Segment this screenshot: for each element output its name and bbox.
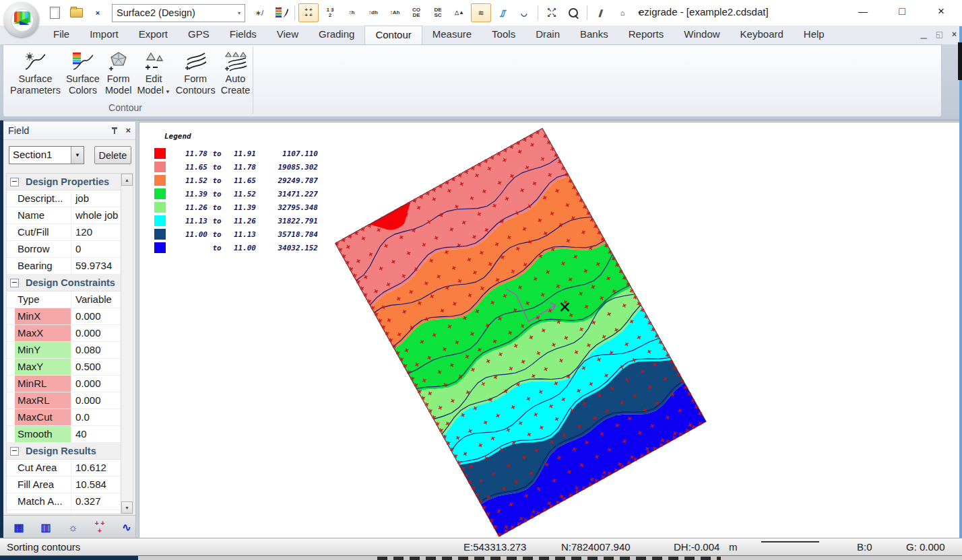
tab-contour[interactable]: Contour <box>364 26 422 44</box>
form-model-button[interactable]: FormModel <box>102 48 135 98</box>
panel-close-icon[interactable]: × <box>125 127 131 135</box>
grid-view-icon[interactable]: ▦ <box>10 518 28 536</box>
collapse-icon[interactable] <box>10 447 19 456</box>
property-row[interactable]: Cut Vol-1507 <box>7 510 121 514</box>
property-value[interactable]: 0.000 <box>71 325 121 341</box>
field-combobox[interactable]: Section1 ▼ <box>9 146 84 164</box>
point-height-icon[interactable]: ↕h <box>342 3 362 22</box>
property-grid-scrollbar[interactable]: ▲ ▼ <box>121 173 133 514</box>
property-row[interactable]: MaxX0.000 <box>7 325 121 342</box>
tab-import[interactable]: Import <box>79 26 129 44</box>
show-points-icon[interactable]: + ++ + <box>298 3 319 22</box>
edit-model-button[interactable]: EditModel▼ <box>134 48 172 99</box>
close-button[interactable]: × <box>922 0 961 23</box>
property-row[interactable]: Cut Area10.612 <box>7 460 121 477</box>
tab-fields[interactable]: Fields <box>220 26 267 44</box>
tab-view[interactable]: View <box>267 26 309 44</box>
property-row[interactable]: Smooth40 <box>7 426 121 443</box>
surface-parameters-button[interactable]: SurfaceParameters <box>7 48 63 98</box>
property-value[interactable]: 10.612 <box>71 460 121 476</box>
tab-gps[interactable]: GPS <box>178 26 220 44</box>
property-row[interactable]: MinY0.080 <box>7 342 121 359</box>
minimize-button[interactable]: — <box>843 0 883 23</box>
new-document-icon[interactable] <box>44 3 65 22</box>
property-value[interactable]: 0.080 <box>71 342 121 358</box>
tab-file[interactable]: File <box>43 26 79 44</box>
surface-combobox[interactable]: Surface2 (Design)▾ <box>112 4 245 22</box>
form-contours-button[interactable]: FormContours <box>173 48 218 98</box>
property-value[interactable]: 0.000 <box>71 308 121 324</box>
collapse-icon[interactable] <box>10 178 19 186</box>
color-curve-icon[interactable] <box>271 3 291 22</box>
property-value[interactable]: 0.327 <box>71 493 121 510</box>
property-value[interactable]: 10.584 <box>71 477 121 493</box>
property-value[interactable]: 40 <box>71 426 121 442</box>
property-row[interactable]: Fill Area10.584 <box>7 477 121 493</box>
maximize-button[interactable]: □ <box>883 0 922 23</box>
tab-reports[interactable]: Reports <box>618 26 674 44</box>
app-menu-button[interactable] <box>4 2 39 37</box>
property-row[interactable]: Namewhole job <box>7 207 121 224</box>
collapse-icon[interactable] <box>10 279 19 287</box>
property-row[interactable]: Descript...job <box>7 190 121 207</box>
property-value[interactable]: -1507 <box>71 510 121 514</box>
pin-icon[interactable] <box>110 127 119 135</box>
property-value[interactable]: job <box>71 190 121 207</box>
property-value[interactable]: 0 <box>71 241 121 257</box>
section-curve-icon[interactable]: ∿ <box>118 518 135 536</box>
tab-export[interactable]: Export <box>129 26 178 44</box>
points-icon[interactable]: + ++ <box>91 518 108 536</box>
open-file-icon[interactable] <box>66 3 86 22</box>
channel-icon[interactable]: ◡ <box>514 3 534 22</box>
mdi-close-icon[interactable]: × <box>952 30 957 39</box>
section-header[interactable]: Design Results <box>7 443 121 460</box>
property-value[interactable]: Variable <box>71 291 121 308</box>
flow-lines-icon[interactable]: ∬ <box>492 3 513 22</box>
auto-create-button[interactable]: AutoCreate <box>218 48 253 98</box>
section-header[interactable]: Design Constraints <box>7 275 121 291</box>
zoom-extents-icon[interactable]: ↖↗↙↘ <box>542 3 562 22</box>
property-value[interactable]: 0.500 <box>71 359 121 375</box>
mdi-restore-icon[interactable]: ◱ <box>936 30 943 39</box>
property-row[interactable]: MaxY0.500 <box>7 359 121 376</box>
combobox-arrow-icon[interactable]: ▼ <box>71 147 84 164</box>
tab-help[interactable]: Help <box>794 26 835 44</box>
delete-button[interactable]: Delete <box>94 146 131 164</box>
property-value[interactable]: 59.9734 <box>71 258 121 274</box>
property-row[interactable]: Bearing59.9734 <box>7 258 121 275</box>
point-dh-icon[interactable]: ↕dh <box>363 3 383 22</box>
property-row[interactable]: MinRL0.000 <box>7 376 121 392</box>
tab-window[interactable]: Window <box>674 26 730 44</box>
drawing-canvas[interactable]: Legend 11.78to11.911107.11011.65to11.781… <box>139 122 959 538</box>
scroll-down-icon[interactable]: ▼ <box>121 501 133 514</box>
surface-colors-button[interactable]: SurfaceColors <box>63 48 102 98</box>
property-row[interactable]: MinX0.000 <box>7 308 121 325</box>
point-numbers-icon[interactable]: 1 32 <box>320 3 340 22</box>
property-value[interactable]: 0.000 <box>71 392 121 409</box>
tab-keyboard[interactable]: Keyboard <box>730 26 794 44</box>
point-desc-icon[interactable]: DESC <box>428 3 448 22</box>
tab-banks[interactable]: Banks <box>570 26 618 44</box>
property-value[interactable]: whole job <box>71 207 121 223</box>
settings-icon[interactable]: ☼ <box>64 518 82 536</box>
triangles-icon[interactable]: △▲ <box>449 3 470 22</box>
property-row[interactable]: Cut/Fill120 <box>7 224 121 241</box>
point-code-icon[interactable]: CODE <box>406 3 426 22</box>
dropdown-arrow-icon[interactable]: ▼ <box>165 89 170 95</box>
property-row[interactable]: TypeVariable <box>7 291 121 308</box>
home-icon[interactable]: ⌂ <box>612 3 633 22</box>
property-value[interactable]: 0.0 <box>71 409 121 425</box>
mdi-minimize-icon[interactable]: ▁ <box>920 30 926 39</box>
tab-drain[interactable]: Drain <box>525 26 570 44</box>
tab-tools[interactable]: Tools <box>482 26 525 44</box>
property-row[interactable]: MaxCut0.0 <box>7 409 121 426</box>
hatch-icon[interactable]: ∥ <box>587 3 614 22</box>
property-value[interactable]: 120 <box>71 224 121 240</box>
property-row[interactable]: MaxRL0.000 <box>7 392 121 409</box>
property-row[interactable]: Borrow0 <box>7 241 121 258</box>
property-row[interactable]: Match A...0.327 <box>7 493 121 510</box>
zoom-window-icon[interactable] <box>563 3 583 22</box>
delete-icon[interactable]: × <box>88 3 108 22</box>
list-view-icon[interactable]: ▥ <box>37 518 55 536</box>
scroll-up-icon[interactable]: ▲ <box>121 174 133 186</box>
